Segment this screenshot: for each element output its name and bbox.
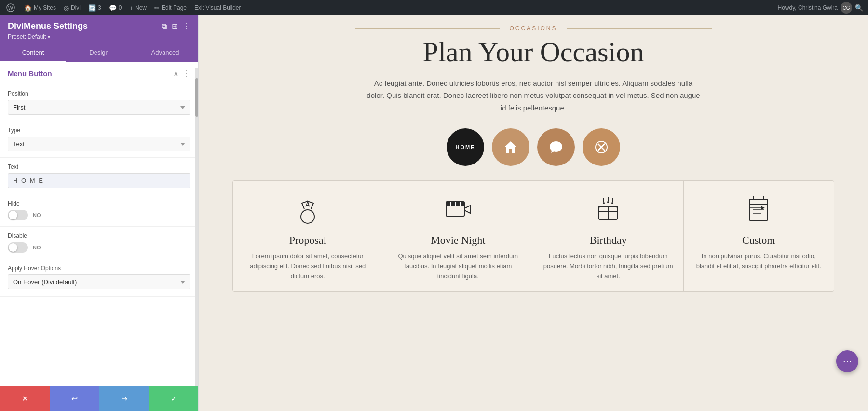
tools-icon [595,140,608,154]
field-type: Type Text Icon Both [0,121,198,158]
field-apply-hover: Apply Hover Options On Hover (Divi defau… [0,259,198,297]
proposal-icon [243,195,373,226]
admin-my-sites[interactable]: 🏠 My Sites [24,4,56,12]
panel-grid-icon[interactable]: ⊞ [172,22,178,31]
admin-howdy: Howdy, Christina Gwira CG 🔍 [778,2,863,14]
field-text: Text [0,158,198,194]
wp-logo-icon[interactable]: W [5,2,16,14]
hide-toggle-label: NO [33,212,41,218]
panel-title: DiviMenus Settings [8,21,88,31]
scrollbar-thumb[interactable] [195,78,198,117]
divider-left [355,28,500,29]
svg-point-17 [611,202,613,204]
occasion-cards-grid: Proposal Lorem ipsum dolor sit amet, con… [232,180,834,291]
panel-actions: ✕ ↩ ↪ ✓ [0,386,199,411]
circle-btn-home-text[interactable]: HOME [447,128,484,166]
tab-advanced[interactable]: Advanced [132,44,198,62]
apply-hover-label: Apply Hover Options [8,265,190,272]
field-disable: Disable NO [0,227,198,259]
fab-button[interactable]: ··· [836,350,858,372]
custom-icon [693,195,825,226]
svg-marker-27 [761,206,765,210]
tab-design[interactable]: Design [66,44,132,62]
my-sites-icon: 🏠 [24,4,32,12]
circle-btn-tools-icon[interactable] [583,128,620,166]
field-position: Position First Last Custom [0,84,198,121]
admin-updates[interactable]: 🔄 3 [88,4,101,12]
proposal-text: Lorem ipsum dolor sit amet, consectetur … [243,251,373,281]
button-circles-group: HOME [228,128,839,166]
admin-edit-page[interactable]: ✏ Edit Page [154,4,187,12]
new-icon: + [129,4,133,12]
svg-point-16 [607,201,609,203]
panel-content: Menu Button ∧ ⋮ Position First Last Cust… [0,62,198,411]
movie-title: Movie Night [393,234,524,247]
apply-hover-select[interactable]: On Hover (Divi default) Always Never [8,274,190,289]
section-title: Menu Button [8,69,52,78]
panel-window-icon[interactable]: ⧉ [162,22,167,31]
chat-icon [549,141,563,153]
divi-icon: ◎ [64,4,69,12]
redo-button[interactable]: ↪ [99,386,149,411]
svg-marker-11 [464,206,470,213]
cancel-button[interactable]: ✕ [0,386,50,411]
preset-label: Preset: Default [8,33,46,40]
edit-icon: ✏ [154,4,160,12]
scrollbar-track [195,68,198,386]
admin-divi[interactable]: ◎ Divi [64,4,81,12]
hide-label: Hide [8,200,190,207]
section-more-icon[interactable]: ⋮ [183,69,190,78]
field-hide: Hide NO [0,194,198,227]
hide-toggle[interactable] [8,210,28,220]
page-description: Ac feugiat ante. Donec ultricies loborti… [365,77,702,114]
disable-toggle-label: NO [33,245,41,250]
panel-header: DiviMenus Settings ⧉ ⊞ ⋮ Preset: Default… [0,15,198,44]
type-select[interactable]: Text Icon Both [8,137,190,151]
save-button[interactable]: ✓ [149,386,199,411]
movie-icon [393,195,524,226]
card-movie: Movie Night Quisque aliquet velit sit am… [383,181,534,291]
text-input[interactable] [8,173,190,188]
home-icon [503,140,518,154]
birthday-icon [543,195,674,226]
disable-toggle[interactable] [8,242,28,253]
section-collapse-icon[interactable]: ∧ [173,69,179,78]
position-label: Position [8,90,190,97]
admin-new[interactable]: + New [129,4,147,12]
panel-tabs: Content Design Advanced [0,44,198,62]
text-label: Text [8,164,190,170]
card-custom: Custom In non pulvinar purus. Curabitur … [684,181,834,291]
custom-title: Custom [693,234,825,247]
undo-button[interactable]: ↩ [50,386,99,411]
preset-selector[interactable]: Preset: Default ▾ [8,33,190,40]
circle-btn-chat-icon[interactable] [537,128,575,166]
updates-icon: 🔄 [88,4,96,12]
proposal-title: Proposal [243,234,373,247]
card-proposal: Proposal Lorem ipsum dolor sit amet, con… [233,181,383,291]
search-icon[interactable]: 🔍 [855,4,863,12]
comments-icon: 💬 [109,4,117,12]
tab-content[interactable]: Content [0,44,66,62]
card-birthday: Birthday Luctus lectus non quisque turpi… [533,181,684,291]
occasions-section: OCCASIONS Plan Your Occasion Ac feugiat … [199,15,868,306]
movie-text: Quisque aliquet velit sit amet sem inter… [393,251,524,281]
avatar[interactable]: CG [841,2,852,14]
panel-more-icon[interactable]: ⋮ [183,22,190,31]
divider-right [567,28,712,29]
svg-text:W: W [8,5,14,11]
position-select[interactable]: First Last Custom [8,100,190,115]
custom-text: In non pulvinar purus. Curabitur nisi od… [693,251,825,272]
fab-icon: ··· [843,355,852,368]
preset-arrow-icon: ▾ [48,34,50,40]
admin-exit-builder[interactable]: Exit Visual Builder [194,4,241,11]
page-main-title: Plan Your Occasion [228,37,839,68]
wp-admin-bar: W 🏠 My Sites ◎ Divi 🔄 3 💬 0 + New ✏ Edit… [0,0,868,15]
settings-panel: DiviMenus Settings ⧉ ⊞ ⋮ Preset: Default… [0,15,199,411]
circle-btn-home-icon[interactable] [492,128,529,166]
admin-comments[interactable]: 💬 0 [109,4,122,12]
svg-point-5 [301,210,314,223]
birthday-text: Luctus lectus non quisque turpis bibendu… [543,251,674,281]
occasions-label: OCCASIONS [228,25,839,32]
disable-label: Disable [8,233,190,239]
page-preview: OCCASIONS Plan Your Occasion Ac feugiat … [199,15,868,411]
